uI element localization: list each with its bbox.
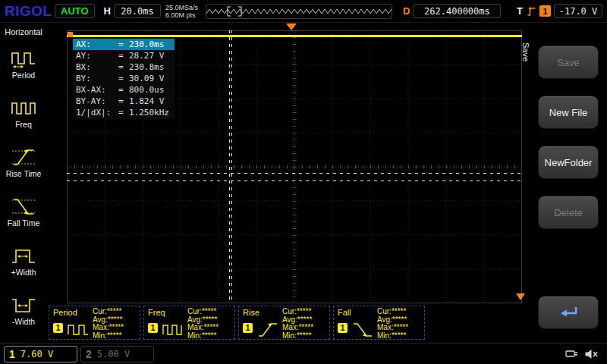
measurement-stats: Cur:***** Avg:***** Max:***** Min:***** [377, 308, 408, 340]
channel-2-scale: 5.00 V [97, 349, 130, 359]
period-icon [10, 48, 37, 69]
oscilloscope-screen: RIGOL AUTO H 20.0ms 25.0MSa/s 6.00M pts … [0, 0, 607, 364]
waveform-preview[interactable] [206, 4, 392, 19]
delay-label: D [403, 5, 410, 17]
new-file-button[interactable]: New File [538, 96, 599, 129]
freq-icon [10, 97, 37, 118]
cursor-ax-line[interactable] [229, 30, 230, 303]
minus-width-icon [10, 294, 37, 315]
channel-1-badge: 1 [338, 323, 348, 333]
speaker-muted-icon [584, 348, 599, 360]
fall-glyph-icon [351, 321, 374, 339]
rise-time-icon [10, 146, 37, 168]
channel-1-badge: 1 [243, 323, 253, 333]
sidebar-item-period[interactable]: Period [0, 39, 47, 88]
channel-2-status[interactable]: 2 5.00 V [80, 346, 154, 362]
delay-value-box[interactable]: 262.400000ms [413, 4, 501, 18]
cursor-row-inv-dx: 1/|dX|:=1.250kHz [73, 107, 175, 118]
trigger-slope-icon [527, 6, 536, 17]
return-arrow-icon [558, 306, 579, 319]
top-status-bar: RIGOL AUTO H 20.0ms 25.0MSa/s 6.00M pts … [0, 0, 607, 23]
channel-2-number: 2 [86, 348, 92, 360]
channel1-trace [67, 35, 522, 37]
fall-time-icon [10, 196, 37, 217]
measurement-box-fall[interactable]: Fall 1 Cur:***** Avg:***** Max:***** Min… [333, 306, 425, 340]
bottom-status-bar: 1 7.60 V 2 5.00 V [0, 343, 607, 364]
trigger-position-marker-icon[interactable] [286, 24, 297, 30]
rigol-logo: RIGOL [5, 3, 52, 20]
cursor-row-bx: BX:=230.8ms [73, 61, 175, 73]
back-button[interactable] [538, 296, 599, 329]
delete-button[interactable]: Delete [538, 196, 599, 229]
sidebar-item-rise-time[interactable]: Rise Time [0, 138, 47, 187]
measurement-stats: Cur:***** Avg:***** Max:***** Min:***** [187, 308, 219, 340]
measurement-stats: Cur:***** Avg:***** Max:***** Min:***** [93, 308, 124, 340]
sidebar-item-plus-width[interactable]: +Width [0, 237, 47, 285]
measurement-box-period[interactable]: Period 1 Cur:***** Avg:***** Max:***** M… [49, 306, 140, 340]
channel-1-number: 1 [9, 348, 15, 360]
sidebar-title: Horizontal [0, 23, 47, 36]
cursor-row-bx-ax: BX-AX:=800.0us [73, 84, 175, 96]
rise-glyph-icon [256, 321, 279, 339]
horizontal-scale-label: H [104, 5, 111, 17]
acquisition-info: 25.0MSa/s 6.00M pts [165, 4, 198, 19]
cursor-row-ax: AX:=230.0ms [73, 39, 175, 50]
sample-rate: 25.0MSa/s [165, 4, 198, 11]
measure-sidebar: Horizontal Period Freq Rise Time [0, 23, 47, 343]
trigger-source-badge[interactable]: 1 [539, 5, 551, 17]
measurement-box-rise[interactable]: Rise 1 Cur:***** Avg:***** Max:***** Min… [238, 306, 330, 340]
freq-glyph-icon [162, 321, 184, 339]
channel-1-scale: 7.60 V [20, 349, 53, 359]
trigger-level-marker-icon[interactable] [516, 293, 525, 300]
cursor-readout-panel: AX:=230.0ms AY:=28.27 V BX:=230.8ms BY:=… [73, 38, 175, 119]
measurement-stats: Cur:***** Avg:***** Max:***** Min:***** [282, 308, 313, 340]
cursor-by-line[interactable] [67, 180, 522, 181]
cursor-row-by-ay: BY-AY:=1.824 V [73, 96, 175, 107]
memory-depth: 6.00M pts [165, 11, 198, 19]
cursor-row-by: BY:=30.09 V [73, 73, 175, 84]
trigger-level-box[interactable]: -17.0 V [554, 4, 602, 18]
plus-width-icon [10, 245, 37, 266]
channel-1-status[interactable]: 1 7.60 V [4, 346, 77, 362]
channel-1-badge: 1 [148, 323, 158, 333]
cursor-row-ay: AY:=28.27 V [73, 50, 175, 61]
menu-tab-title: Save [521, 42, 530, 61]
channel-offscreen-marker-icon [68, 32, 73, 37]
sidebar-item-freq[interactable]: Freq [0, 89, 47, 137]
waveform-preview-graphic [206, 5, 392, 18]
period-glyph-icon [67, 321, 90, 339]
channel-1-badge: 1 [53, 323, 63, 333]
sidebar-item-minus-width[interactable]: -Width [0, 286, 47, 334]
measurement-box-freq[interactable]: Freq 1 Cur:***** Avg:***** Max:***** Min… [143, 306, 235, 340]
cursor-ay-line[interactable] [67, 173, 522, 174]
sidebar-item-fall-time[interactable]: Fall Time [0, 187, 47, 236]
save-button[interactable]: Save [538, 46, 599, 79]
usb-icon [565, 348, 580, 359]
new-folder-button[interactable]: NewFolder [538, 146, 599, 179]
horizontal-scale-box[interactable]: 20.0ms [114, 4, 161, 18]
cursor-bx-line[interactable] [231, 30, 232, 303]
run-mode-badge[interactable]: AUTO [55, 4, 95, 18]
trigger-label: T [517, 5, 523, 17]
